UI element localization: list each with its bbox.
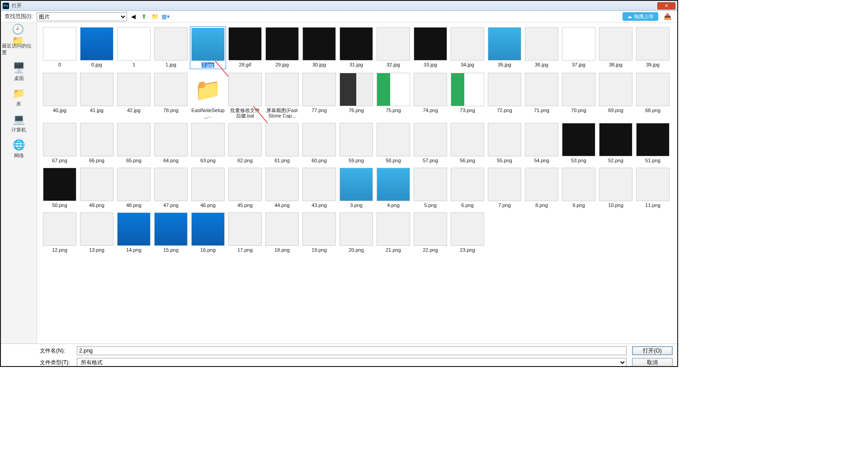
file-item[interactable]: 0.jpg — [79, 26, 115, 69]
file-item[interactable]: 73.png — [449, 72, 486, 119]
file-item[interactable]: 48.png — [116, 167, 152, 209]
upload-button[interactable]: ☁ 拖拽上传 — [623, 12, 658, 21]
view-menu-icon[interactable]: ▦▾ — [161, 12, 170, 21]
lookin-dropdown[interactable]: 图片 — [37, 12, 127, 21]
file-item[interactable]: 1 — [116, 26, 152, 69]
file-item[interactable]: 72.png — [486, 72, 523, 119]
file-item[interactable]: 40.jpg — [42, 72, 78, 119]
file-item[interactable]: 74.png — [412, 72, 448, 119]
file-item[interactable]: 17.png — [227, 212, 263, 254]
file-item[interactable]: 43.png — [301, 167, 337, 209]
file-item[interactable]: 6.png — [449, 167, 486, 209]
file-item[interactable]: 32.jpg — [375, 26, 411, 69]
file-item[interactable]: 67.png — [42, 122, 78, 164]
file-item[interactable]: 5.png — [412, 167, 448, 209]
cancel-button[interactable]: 取消 — [632, 358, 673, 367]
file-item[interactable]: 36.jpg — [524, 26, 560, 69]
file-item[interactable]: 42.jpg — [116, 72, 152, 119]
filetype-dropdown[interactable]: 所有格式 — [77, 358, 627, 367]
file-item[interactable]: 46.png — [190, 167, 226, 209]
back-icon[interactable]: ◀ — [129, 12, 138, 21]
folder-up-icon[interactable]: 📤 — [664, 13, 674, 21]
open-button[interactable]: 打开(O) — [632, 346, 673, 355]
file-item[interactable]: 13.png — [79, 212, 115, 254]
file-item[interactable]: 7.png — [486, 167, 523, 209]
file-item[interactable]: 49.png — [79, 167, 115, 209]
file-item[interactable]: 3.png — [338, 167, 374, 209]
file-item[interactable]: 38.jpg — [598, 26, 634, 69]
new-folder-icon[interactable]: 📁 — [151, 12, 160, 21]
file-item[interactable]: 39.jpg — [635, 26, 671, 69]
content-area: 🕘📁最近访问的位置🖥️桌面📁库💻计算机🌐网络 00.jpg11.jpg2.jpg… — [1, 23, 677, 343]
file-item[interactable]: 56.png — [449, 122, 486, 164]
file-item[interactable]: 41.jpg — [79, 72, 115, 119]
file-item[interactable]: 21.png — [375, 212, 411, 254]
file-item[interactable]: 屏幕截图(FastStone Cap... — [264, 72, 300, 119]
file-item[interactable]: 52.png — [598, 122, 634, 164]
file-item[interactable]: 16.png — [190, 212, 226, 254]
file-item[interactable]: 19.png — [301, 212, 337, 254]
places-item[interactable]: 🌐网络 — [1, 136, 37, 162]
file-item[interactable]: 14.png — [116, 212, 152, 254]
filename-input[interactable] — [77, 346, 627, 355]
file-item[interactable]: 批量修改文件后缀.bat — [227, 72, 263, 119]
file-item[interactable]: 12.png — [42, 212, 78, 254]
file-item[interactable]: 10.png — [598, 167, 634, 209]
file-item[interactable]: 50.png — [42, 167, 78, 209]
file-item[interactable]: 55.png — [486, 122, 523, 164]
file-item[interactable]: 69.png — [598, 72, 634, 119]
up-icon[interactable]: ⬆ — [140, 12, 149, 21]
file-item[interactable]: 75.png — [375, 72, 411, 119]
file-item[interactable]: 71.png — [524, 72, 560, 119]
places-item[interactable]: 💻计算机 — [1, 110, 37, 136]
file-item[interactable]: 30.jpg — [301, 26, 337, 69]
file-item[interactable]: 68.png — [635, 72, 671, 119]
file-item[interactable]: 45.png — [227, 167, 263, 209]
places-item[interactable]: 🖥️桌面 — [1, 59, 37, 85]
file-item[interactable]: 18.png — [264, 212, 300, 254]
file-item[interactable]: 64.png — [153, 122, 189, 164]
file-item[interactable]: 20.png — [338, 212, 374, 254]
places-item[interactable]: 🕘📁最近访问的位置 — [1, 26, 37, 59]
file-item[interactable]: 53.png — [561, 122, 597, 164]
places-item[interactable]: 📁库 — [1, 85, 37, 110]
file-item[interactable]: 54.png — [524, 122, 560, 164]
file-item[interactable]: 58.png — [375, 122, 411, 164]
file-item[interactable]: 59.png — [338, 122, 374, 164]
file-item[interactable]: 77.png — [301, 72, 337, 119]
file-item[interactable]: 70.png — [561, 72, 597, 119]
file-item[interactable]: 76.png — [338, 72, 374, 119]
file-item[interactable]: 11.png — [635, 167, 671, 209]
file-item[interactable]: 4.png — [375, 167, 411, 209]
file-item[interactable]: 15.png — [153, 212, 189, 254]
file-item[interactable]: 57.png — [412, 122, 448, 164]
file-item[interactable]: 65.png — [116, 122, 152, 164]
file-item[interactable]: 63.png — [190, 122, 226, 164]
file-item[interactable]: 44.png — [264, 167, 300, 209]
file-item[interactable]: 📁EasiNoteSetup_... — [190, 72, 226, 119]
file-item[interactable]: 60.png — [301, 122, 337, 164]
file-item[interactable]: 23.png — [449, 212, 486, 254]
close-button[interactable]: ✕ — [657, 2, 675, 9]
file-grid[interactable]: 00.jpg11.jpg2.jpg28.gif29.jpg30.jpg31.jp… — [37, 23, 677, 343]
file-item[interactable]: 1.jpg — [153, 26, 189, 69]
file-item[interactable]: 62.png — [227, 122, 263, 164]
file-item[interactable]: 61.png — [264, 122, 300, 164]
file-item[interactable]: 8.png — [524, 167, 560, 209]
file-item[interactable]: 37.jpg — [561, 26, 597, 69]
file-item[interactable]: 47.png — [153, 167, 189, 209]
file-item[interactable]: 2.jpg — [190, 26, 226, 69]
file-item[interactable]: 28.gif — [227, 26, 263, 69]
file-item[interactable]: 66.png — [79, 122, 115, 164]
file-item[interactable]: 0 — [42, 26, 78, 69]
file-item[interactable]: 51.png — [635, 122, 671, 164]
file-item[interactable]: 9.png — [561, 167, 597, 209]
file-item[interactable]: 29.jpg — [264, 26, 300, 69]
file-item[interactable]: 33.jpg — [412, 26, 448, 69]
file-item[interactable]: 31.jpg — [338, 26, 374, 69]
file-thumbnail — [191, 212, 225, 246]
file-item[interactable]: 22.png — [412, 212, 448, 254]
file-item[interactable]: 34.jpg — [449, 26, 486, 69]
file-item[interactable]: 78.png — [153, 72, 189, 119]
file-item[interactable]: 35.jpg — [486, 26, 523, 69]
